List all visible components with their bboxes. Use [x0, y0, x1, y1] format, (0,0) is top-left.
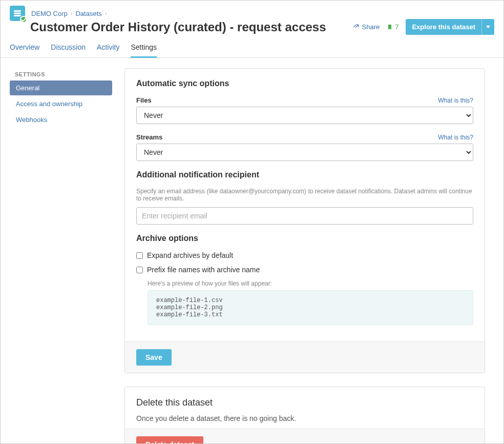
settings-sidebar: SETTINGS General Access and ownership We…	[10, 68, 112, 444]
bookmark-count[interactable]: 7	[387, 23, 398, 31]
delete-title: Delete this dataset	[136, 397, 473, 408]
preview-label: Here's a preview of how your files will …	[148, 280, 473, 287]
tab-discussion[interactable]: Discussion	[51, 40, 86, 57]
breadcrumb-datasets[interactable]: Datasets	[75, 10, 101, 17]
files-help-link[interactable]: What is this?	[438, 97, 473, 104]
svg-rect-0	[14, 10, 21, 12]
streams-help-link[interactable]: What is this?	[438, 134, 473, 141]
expand-archives-checkbox[interactable]	[136, 252, 143, 259]
share-label: Share	[362, 23, 380, 31]
sync-section-title: Automatic sync options	[136, 79, 473, 88]
archive-section-title: Archive options	[136, 234, 473, 243]
breadcrumb-org[interactable]: DEMO Corp	[31, 10, 68, 17]
files-sync-select[interactable]: Never	[136, 107, 473, 124]
filename-preview: example-file-1.csv example-file-2.png ex…	[148, 290, 473, 325]
notify-section-title: Additional notification recipient	[136, 170, 473, 179]
chevron-down-icon	[486, 26, 490, 28]
share-button[interactable]: Share	[352, 23, 380, 31]
sidebar-item-webhooks[interactable]: Webhooks	[10, 112, 112, 127]
recipient-email-input[interactable]	[136, 207, 473, 225]
svg-rect-2	[14, 15, 21, 16]
share-icon	[352, 24, 360, 31]
chevron-right-icon: ›	[105, 10, 107, 16]
save-button[interactable]: Save	[136, 349, 172, 366]
dataset-icon	[10, 6, 25, 21]
bookmark-count-value: 7	[395, 23, 398, 31]
delete-warning: Once you delete a dataset, there is no g…	[136, 414, 473, 422]
sidebar-heading: SETTINGS	[10, 68, 112, 80]
tabs: Overview Discussion Activity Settings	[1, 40, 503, 58]
check-badge-icon	[20, 16, 27, 23]
tab-settings[interactable]: Settings	[131, 40, 157, 58]
tab-activity[interactable]: Activity	[97, 40, 119, 57]
chevron-right-icon: ›	[71, 10, 73, 16]
svg-rect-1	[14, 13, 21, 14]
tab-overview[interactable]: Overview	[10, 40, 39, 57]
delete-panel: Delete this dataset Once you delete a da…	[124, 387, 485, 444]
delete-dataset-button[interactable]: Delete dataset	[136, 436, 203, 444]
prefix-filenames-label: Prefix file names with archive name	[147, 266, 260, 274]
prefix-filenames-checkbox[interactable]	[136, 267, 143, 273]
notify-subtext: Specify an email address (like dataowner…	[136, 188, 473, 202]
files-label: Files	[136, 96, 152, 104]
streams-label: Streams	[136, 133, 162, 141]
sidebar-item-access[interactable]: Access and ownership	[10, 96, 112, 111]
bookmark-icon	[387, 24, 393, 31]
explore-dropdown-toggle[interactable]	[481, 19, 494, 35]
explore-label: Explore this dataset	[406, 19, 481, 35]
explore-dataset-button[interactable]: Explore this dataset	[406, 19, 494, 35]
page-title: Customer Order History (curated) - reque…	[30, 20, 352, 34]
general-settings-panel: Automatic sync options Files What is thi…	[124, 68, 485, 373]
sidebar-item-general[interactable]: General	[10, 80, 112, 95]
streams-sync-select[interactable]: Never	[136, 144, 473, 161]
expand-archives-label: Expand archives by default	[147, 251, 233, 259]
